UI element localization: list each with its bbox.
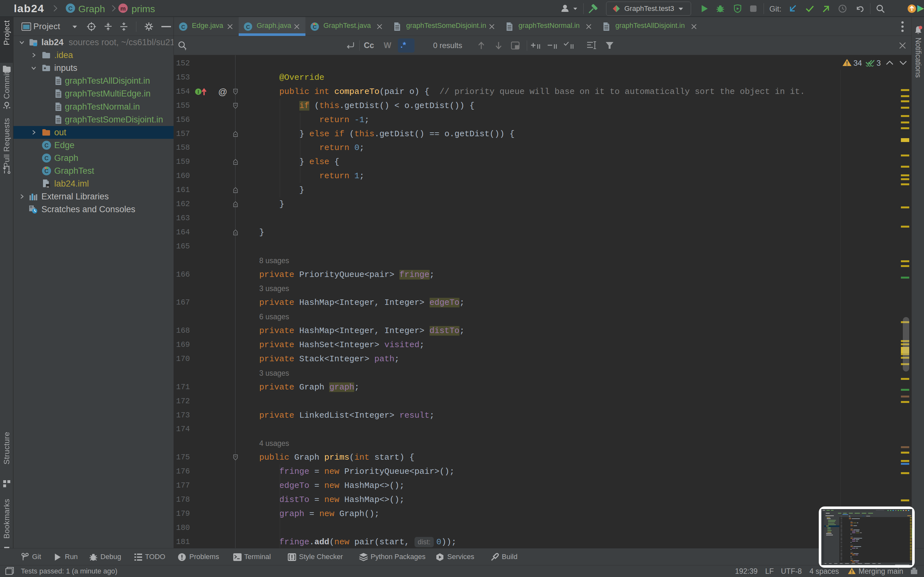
svg-text:C: C (68, 5, 73, 12)
svg-text:C: C (181, 24, 185, 30)
svg-text:C: C (45, 142, 49, 149)
svg-text:m: m (120, 5, 126, 12)
svg-text:C: C (45, 155, 49, 161)
svg-text:C: C (246, 24, 250, 30)
svg-text:I: I (197, 89, 199, 95)
